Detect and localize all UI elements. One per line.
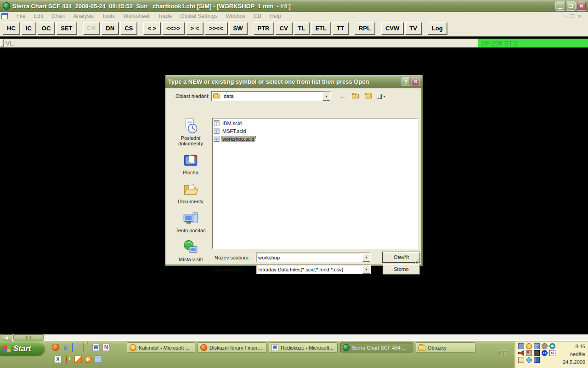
- toolbar-button-log[interactable]: Log: [428, 22, 447, 34]
- chevron-down-icon[interactable]: ▼: [362, 253, 370, 262]
- outlook-reminder-icon[interactable]: [66, 355, 67, 364]
- toolbar-button-tl[interactable]: TL: [294, 22, 310, 34]
- reminder-clock-tray-icon[interactable]: [526, 343, 532, 349]
- toolbar-button-ltlt-gtgt[interactable]: <<>>: [162, 22, 184, 34]
- menu-item-worksheet[interactable]: Worksheet: [119, 13, 153, 19]
- chevron-down-icon[interactable]: ▼: [362, 265, 370, 274]
- toolbar-button-etl[interactable]: ETL: [311, 22, 331, 34]
- filename-value[interactable]: workshop: [256, 255, 362, 260]
- pointer-tray-icon[interactable]: [518, 357, 524, 363]
- help-icon[interactable]: ?: [401, 77, 410, 86]
- folder-icon[interactable]: [83, 343, 84, 352]
- bluetooth-tray-icon[interactable]: B: [542, 350, 548, 356]
- webcam-tray-icon[interactable]: [542, 343, 548, 349]
- calculator-icon[interactable]: [95, 356, 102, 363]
- address-book-tray-icon[interactable]: [534, 357, 540, 363]
- menu-item-trade[interactable]: Trade: [153, 13, 176, 19]
- toolbar-button-ptr[interactable]: PTR: [254, 22, 274, 34]
- onenote-icon[interactable]: N: [102, 344, 110, 351]
- toolbar-button-hc[interactable]: HC: [3, 22, 20, 34]
- place-documents[interactable]: Dokumenty: [171, 181, 210, 204]
- place-my-computer[interactable]: Tento počítač: [171, 210, 210, 233]
- cancel-button[interactable]: Storno: [383, 264, 420, 274]
- mail-icon[interactable]: [72, 343, 73, 352]
- chart-horizontal-scrollbar[interactable]: ◀: [0, 334, 588, 341]
- scrollbar-thumb[interactable]: [13, 334, 44, 341]
- folder-icon: [213, 94, 220, 98]
- toolbar-button-oc[interactable]: OC: [38, 22, 55, 34]
- media-agent-tray-icon[interactable]: [549, 343, 555, 349]
- views-menu-icon[interactable]: ▼: [377, 92, 386, 100]
- excel-icon[interactable]: X: [54, 356, 62, 363]
- toolbar-button-lt-gt[interactable]: < >: [143, 22, 160, 34]
- dual-monitor-tray-icon[interactable]: [534, 350, 540, 356]
- toolbar-button-ic[interactable]: IC: [22, 22, 36, 34]
- toolbar-button-dn[interactable]: DN: [102, 22, 119, 34]
- toolbar-button-tv[interactable]: TV: [405, 22, 421, 34]
- toolbar-button-sw[interactable]: SW: [229, 22, 247, 34]
- close-button[interactable]: ✕: [577, 1, 586, 11]
- file-row-msft[interactable]: MSFT.scid: [214, 127, 417, 135]
- file-row-workshop[interactable]: workshop.scid: [214, 135, 417, 143]
- mdi-child-window-controls[interactable]: –❐✕: [565, 13, 584, 19]
- up-one-level-icon[interactable]: ↑: [351, 92, 360, 100]
- file-list[interactable]: IBM.scid MSFT.scid workshop.scid: [212, 118, 418, 249]
- toolbar-button-cvw[interactable]: CVW: [381, 22, 403, 34]
- toolbar: HC IC OC SET CN DN CS < > <<>> > < >><< …: [0, 20, 588, 37]
- task-button-sierra-chart[interactable]: Sierra Chart SCF 434 ...: [340, 342, 413, 353]
- onenote-clip-tray-icon[interactable]: N: [549, 350, 555, 356]
- new-folder-icon[interactable]: ✷: [364, 92, 373, 100]
- task-button-rediskuze[interactable]: W Rediskuze - Microsoft...: [269, 342, 338, 353]
- chevron-down-icon[interactable]: ▼: [322, 92, 330, 101]
- place-network[interactable]: Místa v síti: [171, 239, 210, 262]
- open-button[interactable]: Otevřít: [383, 252, 420, 262]
- menu-item-tools[interactable]: Tools: [98, 13, 119, 19]
- gem-tray-icon[interactable]: [526, 356, 532, 363]
- firefox-icon: [200, 344, 207, 351]
- toolbar-button-tt[interactable]: TT: [333, 22, 348, 34]
- task-button-kalendar[interactable]: Kalendář - Microsoft ...: [127, 342, 195, 353]
- open-file-dialog: Type a NEW or existing symbol or select …: [165, 75, 423, 266]
- firefox-icon[interactable]: [52, 344, 59, 351]
- scroll-left-arrow-icon[interactable]: ◀: [0, 334, 12, 341]
- menu-item-edit[interactable]: Edit: [29, 13, 47, 19]
- filetype-combobox[interactable]: Intraday Data Files(*.scid;*.mnd;*.csv) …: [256, 264, 371, 274]
- dialog-body: Oblast hledání: data ▼ ← ↑ ✷ ▼: [165, 88, 420, 264]
- menu-item-global-settings[interactable]: Global Settings: [176, 13, 221, 19]
- clock[interactable]: 8:45 neděle 24.5.2009: [561, 341, 588, 368]
- toolbar-button-cv[interactable]: CV: [276, 22, 292, 34]
- restore-button[interactable]: ❐: [566, 1, 576, 11]
- task-button-forum[interactable]: Diskuzní fórum Financ...: [198, 342, 266, 353]
- toolbar-button-gtgt-ltlt[interactable]: >><<: [205, 22, 227, 34]
- toolbar-button-cs[interactable]: CS: [120, 22, 137, 34]
- toolbar-button-set[interactable]: SET: [57, 22, 76, 34]
- place-desktop[interactable]: Plocha: [171, 152, 210, 175]
- task-button-obrazky[interactable]: Obrázky: [416, 342, 475, 353]
- file-row-ibm[interactable]: IBM.scid: [214, 119, 417, 127]
- menu-item-cb[interactable]: CB: [249, 13, 266, 19]
- toolbar-button-gt-lt[interactable]: > <: [186, 22, 203, 34]
- menu-item-analysis[interactable]: Analysis: [69, 13, 98, 19]
- minimize-button[interactable]: ▁: [555, 1, 565, 11]
- dialog-close-icon[interactable]: ✕: [411, 77, 420, 86]
- remote-display-tray-icon[interactable]: [518, 343, 524, 349]
- language-indicator[interactable]: CS: [499, 350, 507, 356]
- menu-item-file[interactable]: File: [12, 13, 29, 19]
- network-error-tray-icon[interactable]: [534, 343, 540, 349]
- splitter-handle[interactable]: [0, 39, 4, 47]
- filename-combobox[interactable]: workshop ▼: [256, 253, 371, 262]
- toolbar-button-rpl[interactable]: RPL: [355, 22, 375, 34]
- messenger-icon[interactable]: [74, 356, 82, 363]
- look-in-combobox[interactable]: data ▼: [211, 91, 331, 101]
- menu-item-window[interactable]: Window: [222, 13, 250, 19]
- value-line-bar: VL: DF:206 ST:2: [0, 39, 588, 48]
- phone-alert-tray-icon[interactable]: [526, 350, 532, 356]
- volume-tray-icon[interactable]: [518, 350, 524, 356]
- menu-item-chart[interactable]: Chart: [47, 13, 69, 19]
- internet-explorer-icon[interactable]: e: [62, 344, 69, 351]
- place-recent-documents[interactable]: Poslední dokumenty: [171, 118, 210, 146]
- media-player-icon[interactable]: ▶: [85, 356, 92, 363]
- start-button[interactable]: Start: [0, 342, 45, 356]
- menu-item-help[interactable]: Help: [266, 13, 285, 19]
- word-icon[interactable]: W: [92, 344, 100, 351]
